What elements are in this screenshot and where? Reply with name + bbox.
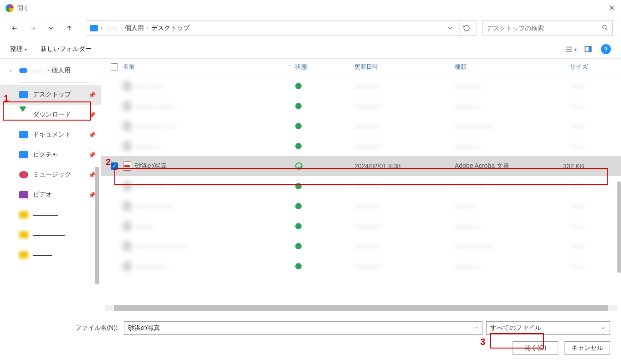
sidebar-item-label: デスクトップ <box>33 91 71 99</box>
file-row[interactable]: ———— —— ———————————— <box>101 116 621 136</box>
file-row[interactable]: —————— ————————— <box>101 196 621 216</box>
status-synced-icon <box>295 203 302 209</box>
chevron-right-icon: › <box>10 68 15 73</box>
breadcrumb-desktop[interactable]: デスクトップ <box>151 24 190 32</box>
monitor-icon <box>90 25 98 31</box>
filename-history-dropdown[interactable] <box>471 324 482 332</box>
file-row[interactable]: ——— ——— —————————— <box>101 96 621 116</box>
close-icon[interactable]: ✕ <box>607 4 616 12</box>
app-icon <box>5 4 14 12</box>
sidebar-scrollbar[interactable] <box>95 167 99 284</box>
file-row[interactable]: ———— —————————— <box>101 136 621 156</box>
file-row[interactable]: ————— —————————— <box>101 256 621 276</box>
recent-dropdown[interactable] <box>45 22 57 35</box>
file-row[interactable]: ——— —————————— <box>101 216 621 236</box>
file-name: 砂浜の写真 <box>135 162 167 170</box>
pin-icon[interactable]: 📌 <box>88 111 96 118</box>
pin-icon[interactable]: 📌 <box>88 192 96 198</box>
chevron-right-icon: › <box>147 25 149 31</box>
sidebar-item-label: ビデオ <box>33 191 52 199</box>
tree-personal-label: - 個人用 <box>47 66 71 75</box>
search-icon[interactable] <box>601 24 609 33</box>
help-button[interactable]: ? <box>601 44 611 54</box>
bottom-panel: ファイル名(N): すべてのファイル 開く(O) キャンセル 3 <box>0 313 621 360</box>
horizontal-scrollbar[interactable] <box>105 305 617 311</box>
row-checkbox[interactable]: ✓ <box>111 162 118 170</box>
folder-icon <box>19 231 28 238</box>
status-available-icon <box>295 162 303 170</box>
status-synced-icon <box>295 243 302 249</box>
column-name[interactable]: 名前˄ <box>123 63 295 71</box>
annotation-number-3: 3 <box>480 337 485 347</box>
pin-icon[interactable]: 📌 <box>88 152 96 158</box>
folder-icon <box>19 251 28 258</box>
pin-icon[interactable]: 📌 <box>88 172 96 178</box>
up-button[interactable] <box>63 22 76 35</box>
sidebar-item-downloads[interactable]: ダウンロード 📌 <box>0 105 101 125</box>
filter-label: すべてのファイル <box>490 324 600 332</box>
pin-icon[interactable]: 📌 <box>88 91 96 98</box>
sidebar-item-folder[interactable]: ————— <box>0 225 101 245</box>
file-list: 名前˄ 状態 更新日時 種類 サイズ —— —— —————————— ——— … <box>101 59 621 313</box>
file-type-filter[interactable]: すべてのファイル <box>486 321 610 335</box>
column-type[interactable]: 種類 <box>455 63 542 71</box>
sidebar-item-music[interactable]: ミュージック 📌 <box>0 165 101 185</box>
column-state[interactable]: 状態 <box>295 63 354 71</box>
video-icon <box>19 191 28 198</box>
status-synced-icon <box>295 223 302 229</box>
music-icon <box>19 171 28 178</box>
address-bar[interactable]: › —— - 個人用 › デスクトップ <box>86 20 477 36</box>
column-date[interactable]: 更新日時 <box>354 63 455 71</box>
new-folder-button[interactable]: 新しいフォルダー <box>41 45 92 53</box>
title-bar: 開く ✕ <box>0 0 621 16</box>
pin-icon[interactable]: 📌 <box>88 131 96 138</box>
caret-down-icon: ▾ <box>25 47 27 52</box>
status-synced-icon <box>295 263 302 269</box>
search-input[interactable] <box>487 25 601 32</box>
column-size[interactable]: サイズ <box>542 63 592 71</box>
sidebar-item-videos[interactable]: ビデオ 📌 <box>0 185 101 205</box>
status-synced-icon <box>295 83 302 89</box>
breadcrumb-personal[interactable]: - 個人用 <box>121 24 144 32</box>
file-row-selected[interactable]: ✓ 砂浜の写真 2024/02/01 9:38 Adobe Acroba 文書 … <box>101 156 621 176</box>
cloud-icon <box>19 68 27 73</box>
refresh-button[interactable] <box>459 21 473 35</box>
cancel-button[interactable]: キャンセル <box>565 341 610 355</box>
organize-label: 整理 <box>10 45 23 53</box>
sidebar-item-desktop[interactable]: デスクトップ 📌 <box>0 85 101 105</box>
caret-down-icon: ▾ <box>575 47 577 52</box>
breadcrumb-user[interactable]: —— <box>105 25 118 32</box>
svg-rect-2 <box>589 46 591 52</box>
svg-point-0 <box>603 25 606 29</box>
annotation-number-2: 2 <box>106 157 111 167</box>
filename-input[interactable] <box>124 324 471 332</box>
search-box[interactable] <box>482 20 613 36</box>
sidebar-item-label: ミュージック <box>33 171 71 179</box>
file-date: 2024/02/01 9:38 <box>354 162 455 170</box>
file-row[interactable]: ———————— ———————————— <box>101 236 621 256</box>
folder-icon <box>19 211 28 218</box>
status-synced-icon <box>295 183 302 189</box>
sidebar-item-documents[interactable]: ドキュメント 📌 <box>0 125 101 145</box>
sidebar-item-label: ——— <box>33 251 52 258</box>
sidebar-item-folder[interactable]: ———— <box>0 205 101 225</box>
filename-field[interactable] <box>124 321 482 335</box>
toolbar: 整理 ▾ 新しいフォルダー ▾ ? <box>0 40 621 58</box>
sidebar-item-folder[interactable]: ——— <box>0 245 101 265</box>
preview-pane-button[interactable] <box>582 43 595 56</box>
view-mode-button[interactable]: ▾ <box>565 43 577 56</box>
vertical-scrollbar[interactable] <box>617 182 621 273</box>
file-row[interactable]: —— —— —————————— <box>101 76 621 96</box>
forward-button[interactable] <box>26 22 39 35</box>
desktop-icon <box>19 91 28 98</box>
annotation-number-1: 1 <box>4 93 9 104</box>
pdf-icon <box>123 162 131 171</box>
back-button[interactable] <box>8 22 21 35</box>
select-all-checkbox[interactable] <box>106 63 123 71</box>
file-row[interactable]: ————— ——————————— <box>101 176 621 196</box>
organize-menu[interactable]: 整理 ▾ <box>10 45 27 53</box>
address-history-dropdown[interactable] <box>443 21 457 35</box>
tree-onedrive[interactable]: › —— - 個人用 <box>0 61 101 80</box>
sidebar-item-pictures[interactable]: ピクチャ 📌 <box>0 145 101 165</box>
open-button[interactable]: 開く(O) <box>513 341 558 355</box>
